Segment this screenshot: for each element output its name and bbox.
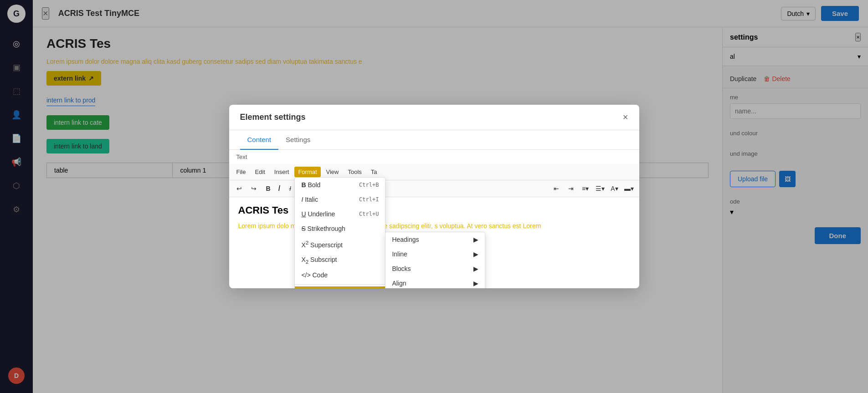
headings-item[interactable]: Headings ▶	[385, 232, 485, 247]
modal-header: Element settings ×	[229, 105, 639, 130]
tab-settings[interactable]: Settings	[278, 130, 318, 150]
menu-edit[interactable]: Edit	[251, 167, 268, 177]
menu-tools[interactable]: Tools	[344, 167, 365, 177]
headings-submenu: Headings ▶ Inline ▶ Blocks ▶	[385, 232, 485, 288]
menu-insert[interactable]: Insert	[271, 167, 293, 177]
format-item-italic[interactable]: I Italic Ctrl+I	[295, 192, 385, 207]
arrow-right-icon: ▶	[473, 236, 478, 243]
unordered-list-btn[interactable]: ☰▾	[594, 182, 606, 195]
redo-button[interactable]: ↪	[247, 182, 260, 195]
tinymce-menubar: File Edit Insert Format B Bold Ctrl+B I …	[229, 164, 639, 180]
tinymce-format-toolbar: ↩ ↪ B I I Ω ⛶ ⇤ ⇥ ≡▾ ☰▾ A▾ ▬▾	[229, 180, 639, 197]
tinymce-area: Text File Edit Insert Format B Bold Ctrl…	[229, 150, 639, 288]
tab-content[interactable]: Content	[240, 130, 279, 150]
inline-item[interactable]: Inline ▶	[385, 247, 485, 261]
arrow-right-icon: ▶	[473, 265, 478, 272]
modal-tabs: Content Settings	[229, 130, 639, 150]
highlight-btn[interactable]: ▬▾	[623, 182, 636, 195]
text-color-btn[interactable]: A▾	[608, 182, 621, 195]
menu-table[interactable]: Ta	[367, 167, 381, 177]
bold-button[interactable]: B	[262, 182, 275, 195]
format-item-underline[interactable]: U Underline Ctrl+U	[295, 207, 385, 221]
menu-view[interactable]: View	[323, 167, 343, 177]
ordered-list-btn[interactable]: ≡▾	[579, 182, 592, 195]
format-separator	[295, 284, 385, 285]
format-item-bold[interactable]: B Bold Ctrl+B	[295, 178, 385, 192]
menu-format-container: Format B Bold Ctrl+B I Italic Ctrl+I U U…	[294, 167, 320, 177]
text-label: Text	[229, 150, 639, 164]
format-item-subscript[interactable]: X2 Subscript	[295, 252, 385, 268]
arrow-right-icon: ▶	[473, 250, 478, 258]
format-item-superscript[interactable]: X2 Superscript	[295, 236, 385, 252]
align-item[interactable]: Align ▶	[385, 276, 485, 288]
modal-title: Element settings	[240, 112, 306, 122]
undo-button[interactable]: ↩	[233, 182, 246, 195]
element-settings-modal: Element settings × Content Settings Text…	[229, 105, 639, 288]
modal-close-button[interactable]: ×	[623, 112, 628, 122]
format-dropdown: B Bold Ctrl+B I Italic Ctrl+I U Underlin…	[294, 177, 385, 288]
blocks-item[interactable]: Blocks ▶	[385, 261, 485, 276]
menu-file[interactable]: File	[233, 167, 250, 177]
format-item-strikethrough[interactable]: S Strikethrough	[295, 221, 385, 236]
align-right-btn[interactable]: ⇥	[565, 182, 577, 195]
format-item-code[interactable]: </> Code	[295, 268, 385, 282]
align-left-btn[interactable]: ⇤	[550, 182, 563, 195]
menu-format[interactable]: Format	[294, 167, 320, 177]
modal-overlay: Element settings × Content Settings Text…	[0, 0, 868, 393]
italic-placeholder: I	[277, 184, 282, 193]
arrow-right-icon: ▶	[473, 280, 478, 287]
format-item-formats[interactable]: Formats ▶ Headings ▶ Inline ▶	[295, 286, 385, 288]
